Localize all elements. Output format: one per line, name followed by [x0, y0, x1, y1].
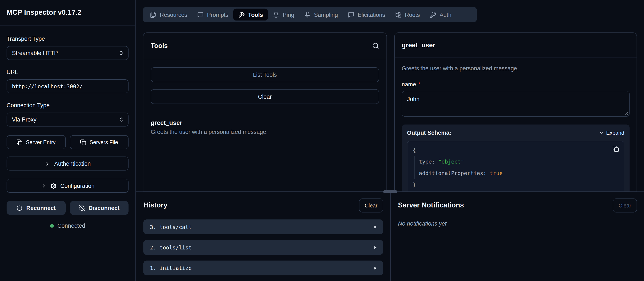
url-input[interactable]: [6, 79, 128, 93]
tab-sampling[interactable]: Sampling: [299, 9, 343, 21]
hammer-icon: [238, 11, 245, 18]
connection-type-field: Connection Type Via Proxy: [6, 102, 128, 127]
history-pane: History Clear 3. tools/call 2. tools/lis…: [136, 192, 390, 281]
connection-type-label: Connection Type: [6, 102, 128, 109]
history-row-label: 3. tools/call: [150, 224, 192, 230]
name-field-label-row: name*: [402, 81, 630, 88]
expand-toggle[interactable]: Expand: [598, 130, 624, 136]
tab-tools[interactable]: Tools: [233, 9, 268, 21]
detail-panel-header: greet_user: [395, 33, 636, 58]
notifications-title: Server Notifications: [398, 201, 464, 210]
notifications-header: Server Notifications Clear: [398, 198, 637, 212]
rotate-ccw-icon: [16, 205, 22, 211]
sidebar-header: MCP Inspector v0.17.2: [0, 0, 135, 25]
tab-roots[interactable]: Roots: [390, 9, 425, 21]
tab-resources[interactable]: Resources: [145, 9, 192, 21]
expand-arrow-icon: [373, 266, 378, 270]
history-header: History Clear: [144, 198, 383, 212]
name-field-input[interactable]: John: [402, 91, 630, 117]
tab-label: Elicitations: [358, 11, 385, 18]
history-row-tools-list[interactable]: 2. tools/list: [144, 240, 383, 255]
tools-list-panel: Tools List Tools Clear greet_user Greets…: [143, 33, 387, 192]
tab-elicitations[interactable]: Elicitations: [343, 9, 390, 21]
tools-panel-body: List Tools Clear greet_user Greets the u…: [144, 59, 386, 135]
chevron-right-icon: [41, 183, 47, 189]
copy-icon[interactable]: [612, 145, 619, 152]
disconnect-button[interactable]: Disconnect: [70, 201, 129, 215]
expand-arrow-icon: [373, 224, 378, 229]
transport-type-label: Transport Type: [6, 35, 128, 42]
chevrons-up-down-icon: [118, 117, 124, 122]
transport-type-field: Transport Type Streamable HTTP: [6, 35, 128, 60]
code-indent-block: type:"object" additionalProperties:true: [414, 156, 619, 179]
history-row-initialize[interactable]: 1. initialize: [144, 260, 383, 275]
copy-icon: [16, 139, 22, 145]
notifications-empty-text: No notifications yet: [398, 220, 637, 227]
status-dot: [50, 224, 54, 227]
key-icon: [430, 11, 436, 18]
sidebar-body: Transport Type Streamable HTTP URL Conne…: [0, 25, 135, 229]
tool-name: greet_user: [151, 119, 379, 126]
detail-description: Greets the user with a personalized mess…: [402, 65, 630, 72]
mcp-inspector-app: MCP Inspector v0.17.2 Transport Type Str…: [0, 0, 644, 281]
code-line-additional-properties: additionalProperties:true: [419, 168, 619, 179]
tools-panel-title: Tools: [151, 42, 168, 50]
chevron-down-icon: [598, 130, 604, 136]
tab-label: Tools: [248, 11, 263, 18]
connection-buttons-row: Reconnect Disconnect: [6, 201, 128, 215]
refresh-off-icon: [79, 205, 85, 211]
message-square-icon: [197, 11, 204, 18]
history-clear-label: Clear: [364, 202, 378, 208]
history-row-label: 2. tools/list: [150, 244, 192, 250]
tab-auth[interactable]: Auth: [425, 9, 456, 21]
expand-arrow-icon: [373, 245, 378, 250]
history-list: 3. tools/call 2. tools/list 1. initializ…: [144, 219, 383, 275]
configuration-toggle[interactable]: Configuration: [6, 179, 128, 193]
tab-label: Ping: [283, 11, 294, 18]
tools-panel-header: Tools: [144, 33, 386, 59]
history-row-tools-call[interactable]: 3. tools/call: [144, 219, 383, 234]
tab-ping[interactable]: Ping: [268, 9, 299, 21]
copy-icon: [80, 139, 86, 145]
detail-panel-body: Greets the user with a personalized mess…: [395, 58, 636, 192]
clear-tools-button[interactable]: Clear: [151, 89, 379, 104]
server-entry-button[interactable]: Server Entry: [6, 135, 66, 149]
history-clear-button[interactable]: Clear: [359, 198, 383, 212]
tab-label: Resources: [160, 11, 187, 18]
code-open-brace: {: [413, 145, 619, 156]
list-tools-button[interactable]: List Tools: [151, 67, 379, 82]
server-buttons-row: Server Entry Servers File: [6, 135, 128, 149]
tab-bar: Resources Prompts Tools Ping Sampling: [143, 7, 477, 22]
output-schema-header: Output Schema: Expand: [407, 129, 624, 136]
tool-list-item[interactable]: greet_user Greets the user with a person…: [151, 119, 379, 135]
tab-prompts[interactable]: Prompts: [192, 9, 233, 21]
folder-tree-icon: [395, 11, 402, 18]
history-row-label: 1. initialize: [150, 265, 192, 271]
url-label: URL: [6, 69, 128, 75]
tab-label: Roots: [405, 11, 420, 18]
splitter-drag-handle[interactable]: [383, 190, 397, 193]
transport-type-select[interactable]: Streamable HTTP: [6, 46, 128, 60]
chevrons-up-down-icon: [118, 50, 124, 56]
expand-label: Expand: [606, 130, 624, 136]
history-title: History: [144, 201, 168, 210]
bell-icon: [273, 11, 280, 18]
app-title: MCP Inspector v0.17.2: [6, 9, 82, 17]
detail-panel-title: greet_user: [402, 42, 435, 49]
servers-file-button[interactable]: Servers File: [70, 135, 129, 149]
output-schema-card: Output Schema: Expand { type:"object": [402, 125, 630, 192]
connection-type-value: Via Proxy: [12, 116, 36, 123]
connection-type-select[interactable]: Via Proxy: [6, 113, 128, 127]
servers-file-label: Servers File: [90, 139, 118, 145]
output-schema-title: Output Schema:: [407, 129, 451, 136]
authentication-toggle[interactable]: Authentication: [6, 156, 128, 171]
notifications-clear-button[interactable]: Clear: [613, 198, 637, 212]
tab-label: Prompts: [207, 11, 228, 18]
configuration-label: Configuration: [60, 182, 94, 189]
search-icon[interactable]: [372, 43, 379, 50]
reconnect-button[interactable]: Reconnect: [6, 201, 66, 215]
server-entry-label: Server Entry: [26, 139, 56, 145]
list-tools-label: List Tools: [253, 71, 277, 78]
files-icon: [150, 11, 156, 18]
required-asterisk: *: [418, 81, 420, 88]
